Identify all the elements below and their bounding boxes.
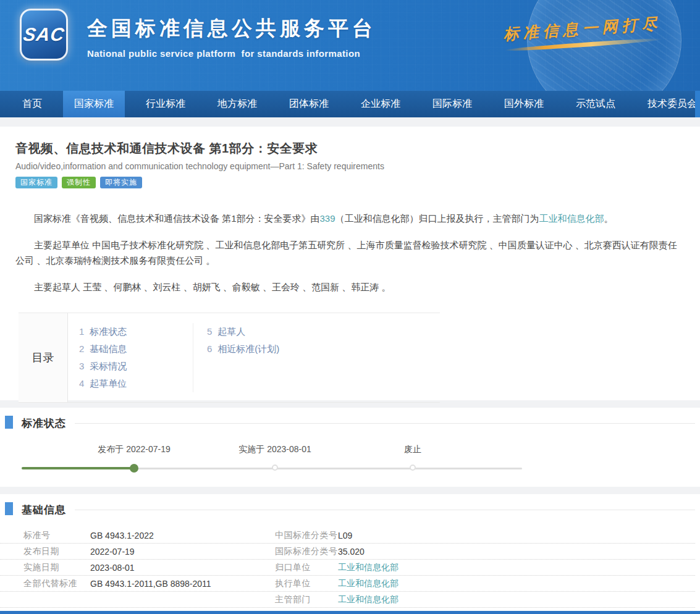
status-section-header: 标准状态 (0, 408, 700, 431)
timeline-label-1: 实施于 2023-08-01 (238, 444, 311, 455)
nav-item-8[interactable]: 示范试点 (565, 91, 626, 117)
toc-link-2[interactable]: 基础信息 (90, 343, 127, 354)
toc-link-4[interactable]: 起草单位 (90, 378, 127, 389)
nav-item-4[interactable]: 团体标准 (278, 91, 340, 117)
timeline-label-0: 发布于 2022-07-19 (98, 444, 171, 455)
nav-item-2[interactable]: 行业标准 (135, 91, 196, 117)
nav-right-sliver (695, 91, 700, 117)
info-row-0: 标准号GB 4943.1-2022中国标准分类号L09 (0, 528, 695, 544)
tag-badge-1: 强制性 (62, 177, 96, 188)
nav-item-9[interactable]: 技术委员会 (636, 91, 700, 117)
sac-logo[interactable]: SAC (20, 9, 68, 61)
info-dept-link[interactable]: 工业和信息化部 (338, 562, 398, 572)
info-dept-link[interactable]: 工业和信息化部 (338, 594, 398, 604)
timeline-dot-1-pending (272, 465, 278, 471)
section-header-rule (75, 423, 695, 424)
info-field-value: 2022-07-19 (90, 547, 275, 557)
info-row-3: 全部代替标准GB 4943.1-2011,GB 8898-2011执行单位工业和… (0, 576, 695, 592)
toc-item-number: 1 (79, 326, 84, 337)
tag-list: 国家标准强制性即将实施 (15, 177, 685, 188)
toc-title: 目录 (19, 313, 68, 402)
info-field-label: 中国标准分类号 (275, 530, 338, 541)
info-field-value: L09 (338, 531, 695, 540)
nav-item-5[interactable]: 企业标准 (350, 91, 411, 117)
section-marker-icon (5, 416, 13, 429)
info-field-label: 国际标准分类号 (275, 546, 338, 557)
site-title: 全国标准信息公共服务平台 (87, 15, 376, 43)
info-field-label: 执行单位 (275, 578, 338, 589)
header-titles: 全国标准信息公共服务平台 National public service pla… (87, 15, 376, 59)
intro-prefix: 国家标准《音视频、信息技术和通信技术设备 第1部分：安全要求》由 (34, 213, 320, 224)
info-field-label: 发布日期 (23, 546, 90, 557)
info-row-4: 主管部门工业和信息化部 (0, 592, 695, 608)
info-row-1: 发布日期2022-07-19国际标准分类号35.020 (0, 544, 695, 560)
tag-badge-0: 国家标准 (15, 177, 57, 188)
nav-item-0[interactable]: 首页 (11, 91, 53, 117)
toc-item-1: 1标准状态 (79, 323, 193, 340)
standard-summary-panel: 音视频、信息技术和通信技术设备 第1部分：安全要求 Audio/video,in… (0, 127, 700, 400)
info-field-label: 主管部门 (275, 594, 338, 605)
site-header: SAC 全国标准信息公共服务平台 National public service… (0, 0, 700, 91)
site-subtitle: National public service platform for sta… (87, 48, 376, 59)
status-timeline: 发布于 2022-07-19实施于 2023-08-01废止 (22, 444, 522, 474)
toc-item-number: 6 (207, 343, 212, 354)
toc-link-3[interactable]: 采标情况 (90, 361, 127, 371)
standard-title-en: Audio/video,information and communicatio… (15, 161, 685, 171)
toc-link-1[interactable]: 标准状态 (90, 326, 127, 337)
nav-item-1[interactable]: 国家标准 (63, 91, 125, 117)
footer-top-strip (0, 611, 700, 614)
intro-paragraph: 国家标准《音视频、信息技术和通信技术设备 第1部分：安全要求》由339（工业和信… (15, 211, 685, 226)
main-content: 音视频、信息技术和通信技术设备 第1部分：安全要求 Audio/video,in… (0, 117, 700, 612)
info-field-label: 全部代替标准 (23, 578, 90, 589)
dept-code-link[interactable]: 339 (320, 213, 335, 224)
info-field-label: 实施日期 (23, 562, 90, 573)
toc-item-6: 6相近标准(计划) (207, 340, 378, 358)
info-dept-link[interactable]: 工业和信息化部 (338, 578, 398, 588)
status-section-title: 标准状态 (22, 416, 66, 431)
toc-item-5: 5起草人 (207, 323, 378, 340)
info-field-label: 归口单位 (275, 562, 338, 573)
nav-item-6[interactable]: 国际标准 (421, 91, 483, 117)
toc-item-number: 3 (79, 361, 84, 371)
toc-item-number: 4 (79, 378, 84, 389)
sac-logo-text: SAC (22, 24, 65, 45)
toc-item-4: 4起草单位 (79, 375, 193, 392)
toc-link-6[interactable]: 相近标准(计划) (217, 343, 279, 354)
info-field-value: 工业和信息化部 (338, 562, 695, 573)
toc-item-2: 2基础信息 (79, 340, 193, 358)
info-field-label: 标准号 (23, 530, 90, 541)
info-field-value: 2023-08-01 (90, 563, 275, 573)
basic-info-section: 基础信息 标准号GB 4943.1-2022中国标准分类号L09发布日期2022… (0, 494, 700, 612)
main-nav: 首页国家标准行业标准地方标准团体标准企业标准国际标准国外标准示范试点技术委员会 (0, 91, 700, 117)
intro-suffix: 。 (604, 213, 614, 224)
basic-info-section-title: 基础信息 (22, 503, 66, 517)
basic-info-table: 标准号GB 4943.1-2022中国标准分类号L09发布日期2022-07-1… (0, 528, 700, 608)
timeline-track-done (22, 467, 134, 469)
section-marker-icon (5, 502, 13, 515)
timeline-dot-2-pending (410, 465, 416, 471)
info-field-value: GB 4943.1-2011,GB 8898-2011 (90, 579, 275, 589)
tag-badge-2: 即将实施 (100, 177, 142, 188)
toc-item-3: 3采标情况 (79, 358, 193, 375)
info-field-value: 35.020 (338, 547, 695, 557)
info-field-value: 工业和信息化部 (338, 594, 695, 605)
drafters-paragraph: 主要起草人 王莹 、何鹏林 、刘云柱 、胡妍飞 、俞毅敏 、王会玲 、范国新 、… (15, 279, 685, 295)
info-field-value: 工业和信息化部 (338, 578, 695, 589)
nav-item-3[interactable]: 地方标准 (206, 91, 268, 117)
drafting-units-paragraph: 主要起草单位 中国电子技术标准化研究院 、工业和信息化部电子第五研究所 、上海市… (15, 237, 685, 268)
status-section: 标准状态 发布于 2022-07-19实施于 2023-08-01废止 (0, 408, 700, 487)
toc-item-number: 5 (207, 326, 212, 337)
standard-title: 音视频、信息技术和通信技术设备 第1部分：安全要求 (15, 140, 685, 157)
toc-columns: 1标准状态2基础信息3采标情况4起草单位 5起草人6相近标准(计划) (68, 313, 378, 402)
timeline-dot-0-done (130, 464, 138, 473)
toc-item-number: 2 (79, 343, 84, 354)
basic-info-section-header: 基础信息 (0, 494, 700, 517)
info-row-2: 实施日期2023-08-01归口单位工业和信息化部 (0, 560, 695, 576)
nav-item-7[interactable]: 国外标准 (493, 91, 555, 117)
competent-dept-link[interactable]: 工业和信息化部 (539, 213, 604, 224)
toc: 目录 1标准状态2基础信息3采标情况4起草单位 5起草人6相近标准(计划) (19, 313, 440, 403)
timeline-label-2: 废止 (404, 444, 421, 455)
toc-link-5[interactable]: 起草人 (217, 326, 245, 337)
info-field-value: GB 4943.1-2022 (90, 531, 275, 540)
intro-middle: （工业和信息化部）归口上报及执行，主管部门为 (335, 213, 539, 224)
